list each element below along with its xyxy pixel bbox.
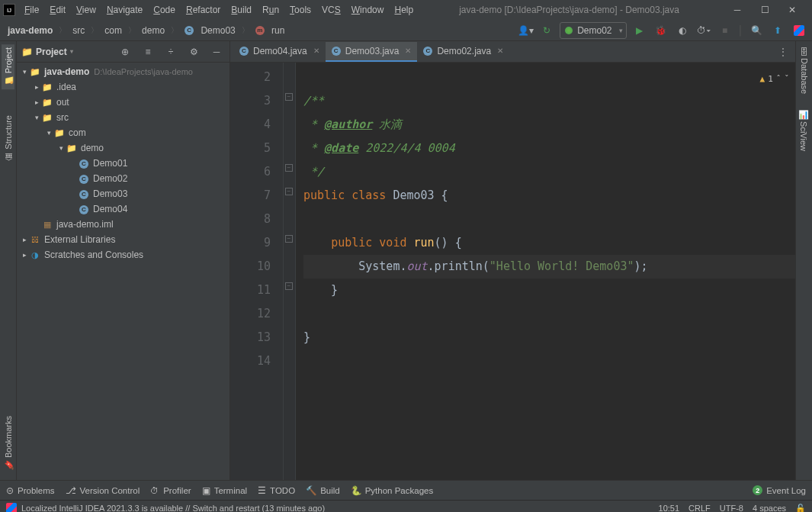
breadcrumb-demo[interactable]: demo [139,24,168,37]
event-log[interactable]: 2Event Log [753,485,806,495]
debug-button[interactable]: 🐞 [653,22,669,39]
menu-tools[interactable]: Tools [285,3,316,17]
menu-window[interactable]: Window [347,3,389,17]
tree-com[interactable]: ▾📁 com [17,125,229,140]
inspection-widget[interactable]: ▲ 1 ˆ ˇ [760,67,790,91]
user-icon[interactable]: 👤▾ [517,22,534,39]
tree-demo[interactable]: ▾📁 demo [17,140,229,156]
tree-class-demo01[interactable]: C Demo01 [17,156,229,171]
tabs-more-icon[interactable]: ⋮ [774,47,792,57]
chevron-down-icon[interactable]: ˇ [784,67,789,91]
tree-src[interactable]: ▾📁 src [17,110,229,125]
tree-iml[interactable]: ▦ java-demo.iml [17,217,229,232]
menu-view[interactable]: View [72,3,101,17]
stop-button[interactable]: ■ [717,22,733,39]
menu-build[interactable]: Build [226,3,256,17]
profile-button[interactable]: ⏱▾ [695,22,712,39]
window-close-button[interactable]: ✕ [782,5,803,15]
project-panel-title[interactable]: 📁 Project [21,47,73,57]
tree-out[interactable]: ▸📁 out [17,95,229,110]
tool-python-packages[interactable]: 🐍Python Packages [351,485,434,496]
tree-idea[interactable]: ▸📁 .idea [17,79,229,95]
java-class-icon: C [239,47,249,56]
hide-panel-icon[interactable]: ─ [208,43,225,60]
close-tab-icon[interactable]: ✕ [313,47,319,55]
window-minimize-button[interactable]: ─ [727,5,748,15]
code-line [303,302,795,326]
fold-toggle[interactable]: − [285,93,293,101]
indent-setting[interactable]: 4 spaces [753,504,786,512]
menu-vcs[interactable]: VCS [317,3,345,17]
fold-column[interactable]: − − − − − [284,63,296,480]
idea-logo-icon [6,503,17,512]
tool-todo[interactable]: ☰TODO [258,485,295,496]
breadcrumb-src[interactable]: src [69,24,88,37]
tree-class-demo04[interactable]: C Demo04 [17,201,229,217]
tool-build[interactable]: 🔨Build [306,485,340,496]
menu-edit[interactable]: Edit [45,3,70,17]
tool-tab-sciview[interactable]: 📊 SciView [798,106,810,154]
menu-navigate[interactable]: Navigate [102,3,147,17]
tree-ext-libs[interactable]: ▸𝍌 External Libraries [17,232,229,247]
tree-scratches[interactable]: ▸◑ Scratches and Consoles [17,247,229,262]
breadcrumb: java-demo 〉 src 〉 com 〉 demo 〉 C Demo03 … [5,24,287,37]
tool-problems[interactable]: ⊝Problems [6,485,55,496]
expand-all-icon[interactable]: ≡ [140,43,156,60]
run-button[interactable]: ▶ [631,22,648,39]
menu-file[interactable]: File [20,3,43,17]
tab-demo04[interactable]: C Demo04.java ✕ [233,42,326,62]
fold-toggle[interactable]: − [285,164,293,172]
tool-tab-structure[interactable]: 🏛 Structure [2,112,14,164]
close-tab-icon[interactable]: ✕ [497,47,503,55]
update-icon[interactable]: ⬆ [769,22,786,39]
menu-run[interactable]: Run [258,3,284,17]
fold-toggle[interactable]: − [285,282,293,290]
breadcrumb-method[interactable]: m run [252,24,288,37]
breadcrumb-class[interactable]: C Demo03 [181,24,239,37]
tool-tab-bookmarks[interactable]: 🔖 Bookmarks [2,413,14,474]
search-icon[interactable]: 🔍 [748,22,765,39]
chevron-up-icon[interactable]: ˆ [776,67,782,91]
breadcrumb-root[interactable]: java-demo [5,24,56,37]
notification-badge: 2 [753,485,762,495]
close-tab-icon[interactable]: ✕ [405,47,411,55]
coverage-button[interactable]: ◐ [674,22,691,39]
caret-position[interactable]: 10:51 [659,504,680,512]
tab-demo02[interactable]: C Demo02.java ✕ [417,42,509,62]
app-logo-icon: IJ [3,4,15,16]
todo-icon: ☰ [258,485,266,496]
settings-icon[interactable]: ⚙ [185,43,202,60]
tool-profiler[interactable]: ⏱Profiler [150,486,191,495]
tab-demo03[interactable]: C Demo03.java ✕ [326,42,418,62]
code-line [303,349,795,373]
status-message[interactable]: Localized IntelliJ IDEA 2021.3.3 is avai… [6,503,650,512]
window-maximize-button[interactable]: ☐ [754,5,775,15]
tool-vcs[interactable]: ⎇Version Control [66,485,140,496]
ide-features-icon[interactable] [791,22,807,39]
window-title: java-demo [D:\IdeaProjects\java-demo] - … [418,5,721,15]
hammer-icon: 🔨 [306,485,316,496]
breadcrumb-sep-icon: 〉 [89,25,100,36]
run-config-selector[interactable]: Demo02 [560,22,626,39]
breadcrumb-com[interactable]: com [101,24,125,37]
tool-tab-project[interactable]: 📁 Project [2,44,14,89]
tool-tab-database[interactable]: 🗄 Database [798,44,810,97]
menu-code[interactable]: Code [149,3,180,17]
file-encoding[interactable]: UTF-8 [720,504,743,512]
lock-icon[interactable]: 🔓 [795,504,806,513]
select-opened-file-icon[interactable]: ⊕ [117,43,133,60]
java-class-icon: C [332,47,341,56]
tool-terminal[interactable]: ▣Terminal [202,485,247,496]
line-separator[interactable]: CRLF [688,504,711,512]
tree-root[interactable]: ▾📁 java-demo D:\IdeaProjects\java-demo [17,64,229,79]
breadcrumb-sep-icon: 〉 [127,25,137,36]
sync-icon[interactable]: ↻ [538,22,555,39]
fold-toggle[interactable]: − [285,188,293,195]
code-editor[interactable]: 2345 6789 1011121314 − − − − − ▲ 1 ˆ ˇ /… [230,63,795,480]
collapse-all-icon[interactable]: ÷ [162,43,179,60]
menu-help[interactable]: Help [390,3,418,17]
tree-class-demo03[interactable]: C Demo03 [17,186,229,201]
fold-toggle[interactable]: − [285,235,293,243]
tree-class-demo02[interactable]: C Demo02 [17,171,229,186]
menu-refactor[interactable]: Refactor [181,3,225,17]
